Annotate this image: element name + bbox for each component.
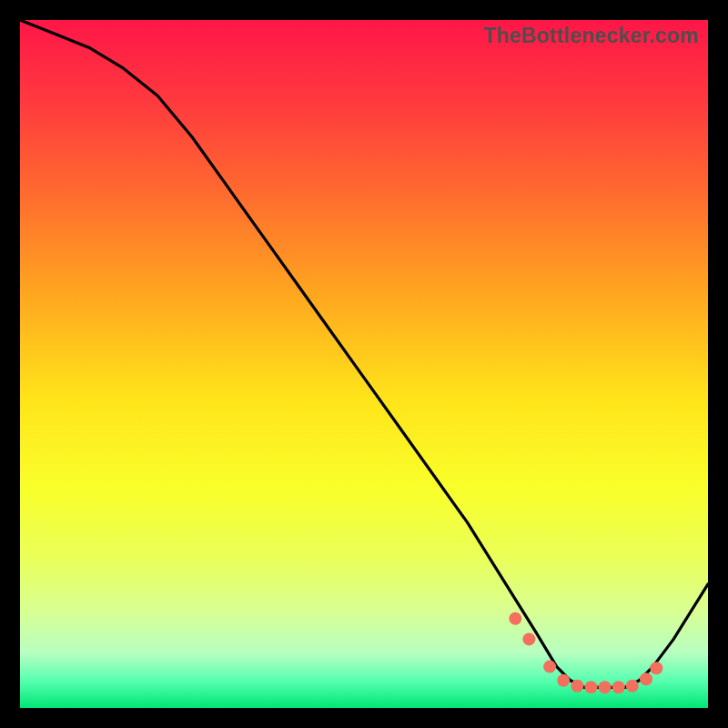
marker-dot — [650, 662, 662, 674]
marker-dot — [585, 681, 598, 693]
chart-svg — [20, 20, 708, 708]
marker-dot — [640, 672, 652, 685]
marker-dot — [612, 681, 625, 693]
marker-dot — [599, 681, 612, 693]
plot-area: TheBottlenecker.com — [20, 20, 708, 708]
marker-dot — [522, 632, 535, 645]
marker-dot — [543, 661, 556, 673]
marker-dot — [557, 674, 570, 687]
marker-dot — [509, 612, 521, 625]
marker-dot — [571, 680, 583, 693]
bottleneck-curve — [20, 20, 708, 687]
chart-frame: TheBottlenecker.com — [0, 0, 728, 728]
marker-dot — [626, 680, 639, 693]
